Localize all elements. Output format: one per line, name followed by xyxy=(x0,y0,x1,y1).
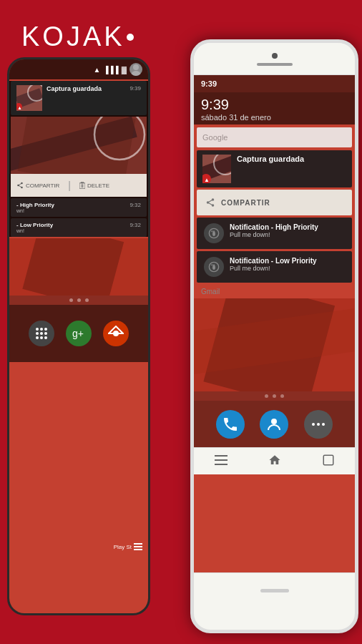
expanded-image-left xyxy=(11,117,147,174)
captura-time-left: 9:39 xyxy=(129,85,141,92)
compartir-button-left[interactable]: COMPARTIR xyxy=(16,182,59,189)
svg-point-50 xyxy=(211,264,212,265)
right-phone: 9:39 9:39 sábado 31 de enero Google ▲ xyxy=(190,39,358,633)
svg-point-30 xyxy=(44,332,47,335)
svg-point-26 xyxy=(40,328,43,331)
app-drawer-button[interactable] xyxy=(29,321,54,346)
captura-title-right: Captura guardada xyxy=(237,155,304,163)
svg-rect-9 xyxy=(18,117,136,174)
svg-line-45 xyxy=(208,200,213,203)
notification-panel-left: ▲ 9:39 Captura guardada xyxy=(9,81,148,237)
gmail-label: Gmail xyxy=(194,285,355,298)
status-bar-right: 9:39 xyxy=(194,75,355,92)
left-phone: ▲ ▐▐▐ ▓ ▲ 9 xyxy=(7,57,150,615)
low-priority-subtitle-left: wn! xyxy=(16,228,141,233)
google-bar-text: Google xyxy=(202,133,228,142)
captura-notification-right[interactable]: ▲ Captura guardada xyxy=(197,150,352,187)
dot-1-right xyxy=(265,394,268,398)
expanded-notification-left: COMPARTIR | DELETE xyxy=(11,117,147,197)
high-priority-subtitle-right: Pull me down! xyxy=(230,231,345,238)
low-priority-notification-left[interactable]: 9:32 - Low Priority wn! xyxy=(11,218,147,237)
captura-title-left: Captura guardada xyxy=(47,85,141,92)
svg-point-55 xyxy=(312,423,315,426)
shade-date: sábado 31 de enero xyxy=(201,113,348,122)
google-plus-icon-left[interactable]: g+ xyxy=(66,321,92,346)
svg-rect-60 xyxy=(215,464,228,465)
svg-point-25 xyxy=(36,328,39,331)
dot-3-right xyxy=(280,394,284,398)
svg-point-57 xyxy=(322,423,325,426)
delete-button-left[interactable]: DELETE xyxy=(79,182,109,189)
svg-point-0 xyxy=(133,64,139,70)
signal-icon: ▐▐▐ xyxy=(103,66,118,74)
high-priority-title-left: - High Priority xyxy=(16,202,141,208)
action-divider: | xyxy=(68,180,71,191)
brand-logo: KOJAK xyxy=(21,21,134,52)
low-priority-subtitle-right: Pull me down! xyxy=(230,265,345,272)
svg-line-46 xyxy=(208,203,213,205)
captura-text-right: Captura guardada xyxy=(237,155,304,163)
phone-hardware-bottom xyxy=(194,572,355,608)
svg-point-33 xyxy=(44,336,47,339)
battery-icon: ▓ xyxy=(122,66,127,74)
svg-point-32 xyxy=(40,336,43,339)
high-priority-time-left: 9:32 xyxy=(129,202,141,208)
captura-notification-left[interactable]: ▲ 9:39 Captura guardada xyxy=(11,81,147,115)
low-priority-icon-right xyxy=(204,257,224,277)
svg-point-31 xyxy=(36,336,39,339)
low-priority-notification-right[interactable]: Notification - Low Priority Pull me down… xyxy=(197,251,352,283)
back-nav-icon[interactable] xyxy=(215,455,228,468)
captura-text-left: 9:39 Captura guardada xyxy=(47,85,141,92)
captura-thumbnail-right: ▲ xyxy=(202,155,231,183)
svg-rect-58 xyxy=(215,455,228,457)
svg-line-14 xyxy=(19,183,22,185)
high-priority-subtitle-left: wn! xyxy=(16,208,141,213)
svg-rect-23 xyxy=(134,546,142,547)
svg-point-29 xyxy=(40,332,43,335)
status-bar-left: ▲ ▐▐▐ ▓ xyxy=(9,59,148,79)
right-phone-screen: 9:39 9:39 sábado 31 de enero Google ▲ xyxy=(194,75,355,572)
dot-3-left xyxy=(85,298,89,302)
svg-rect-24 xyxy=(134,549,142,550)
svg-point-56 xyxy=(317,423,320,426)
contacts-app-icon[interactable] xyxy=(260,410,288,439)
low-priority-title-left: - Low Priority xyxy=(16,222,141,228)
high-priority-notification-right[interactable]: Notification - High Priority Pull me dow… xyxy=(197,218,352,249)
speaker-bar xyxy=(257,63,293,66)
action-bar-left: COMPARTIR | DELETE xyxy=(11,174,147,197)
low-priority-text-right: Notification - Low Priority Pull me down… xyxy=(230,257,345,272)
svg-rect-61 xyxy=(323,455,333,465)
svg-point-1 xyxy=(132,71,140,76)
high-priority-icon-right xyxy=(204,223,224,243)
google-search-bar[interactable]: Google xyxy=(197,127,352,147)
play-store-badge-left: Play St xyxy=(114,543,142,550)
captura-thumbnail-left: ▲ xyxy=(16,85,42,111)
svg-rect-17 xyxy=(81,182,83,183)
recent-apps-icon[interactable] xyxy=(322,454,335,469)
notification-shade-header: 9:39 sábado 31 de enero xyxy=(194,92,355,125)
svg-point-28 xyxy=(36,332,39,335)
high-priority-notification-left[interactable]: 9:32 - High Priority wn! xyxy=(11,198,147,217)
svg-point-54 xyxy=(271,419,277,424)
compartir-button-right[interactable]: COMPARTIR xyxy=(221,199,270,207)
high-priority-title-right: Notification - High Priority xyxy=(230,223,345,231)
chrome-icon-left[interactable] xyxy=(103,321,129,346)
svg-rect-16 xyxy=(79,183,85,189)
svg-point-48 xyxy=(211,230,212,232)
home-nav-icon[interactable] xyxy=(268,454,281,469)
left-phone-screen: ▲ ▐▐▐ ▓ ▲ 9 xyxy=(9,59,148,613)
phone-app-icon[interactable] xyxy=(216,410,245,439)
app-drawer-left: g+ xyxy=(9,305,148,362)
dots-indicator-left xyxy=(9,296,148,305)
more-apps-icon[interactable] xyxy=(304,410,333,439)
svg-text:▲: ▲ xyxy=(17,105,22,110)
svg-rect-59 xyxy=(215,459,228,461)
dot-2-left xyxy=(77,298,81,302)
svg-rect-22 xyxy=(134,543,142,545)
svg-point-27 xyxy=(44,328,47,331)
low-priority-title-right: Notification - Low Priority xyxy=(230,257,345,265)
status-time-right: 9:39 xyxy=(201,79,217,88)
app-tray-right xyxy=(194,401,355,447)
phone-hardware-top xyxy=(194,43,355,75)
avatar xyxy=(129,63,142,76)
